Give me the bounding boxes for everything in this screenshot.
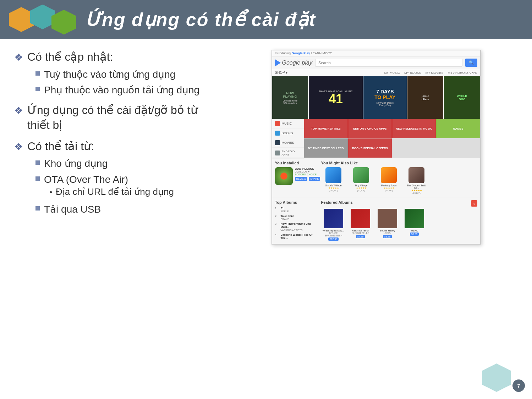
sub-bullet-1-1: Tuỳ thuộc vào từng ứng dụng — [35, 68, 220, 81]
hex-teal — [30, 5, 55, 29]
nav-my-movies[interactable]: MY MOVIES — [426, 71, 444, 75]
smurfs-icon[interactable] — [325, 167, 341, 183]
review-button[interactable]: REVIEW — [295, 177, 308, 181]
oregon-icon[interactable] — [408, 167, 424, 183]
gplay-categories: MUSIC BOOKS MOVIES ANDROID APPS — [272, 119, 480, 158]
springsteen-price[interactable]: $12.99 — [328, 237, 339, 241]
soul-cover — [378, 209, 397, 228]
smurfs-stars: ★★★★★ — [328, 187, 339, 190]
album-info-3: Now That's What I Call Musi... VARIOUS A… — [281, 222, 318, 232]
hex-orange — [9, 7, 34, 32]
fantasy-icon[interactable] — [381, 167, 397, 183]
smurfs-count: (157,772) — [329, 190, 338, 192]
nav-shop[interactable]: SHOP ▾ — [275, 71, 288, 75]
installed-title: You Installed — [275, 161, 318, 165]
reign-price[interactable]: $7.99 — [356, 235, 365, 238]
gplay-search-button[interactable]: 🔍 — [465, 59, 477, 67]
you-installed: You Installed BUG VILLAGE GLUEMOB ✦ EDIT… — [275, 161, 318, 194]
album-item-3[interactable]: 3 Now That's What I Call Musi... VARIOUS… — [275, 222, 318, 232]
diamond-icon-2: ❖ — [14, 104, 23, 117]
bug-village-dev: GLUEMOB ✦ — [295, 170, 320, 173]
sub-sub-bullets: • Địa chỉ URL để tải ứng dụng — [50, 186, 174, 200]
cat-top-movie-rentals[interactable]: TOP MOVIE RENTALS — [304, 119, 348, 138]
album-artist-3: VARIOUS ARTISTS — [281, 229, 303, 231]
fantasy-count: (33,280) — [385, 190, 393, 192]
fantasy-stars: ★★★★★ — [384, 187, 394, 190]
might-app-smurfs: Smurfs' Village ★★★★★ (157,772) — [321, 167, 346, 194]
main-content: ❖ Có thể cập nhật: Tuỳ thuộc vào từng ứn… — [0, 39, 532, 399]
bullet-section-2: ❖ Ứng dụng có thể cài đặt/gỡ bỏ từ thiết… — [14, 103, 220, 132]
sub-bar-icon — [35, 206, 40, 211]
diamond-icon-1: ❖ — [14, 51, 23, 64]
tiny-icon[interactable] — [353, 167, 369, 183]
might-app-tiny: Tiny Village ★★★★★ (93,838) — [349, 167, 374, 194]
reign-name: Reign Of Terror — [352, 229, 369, 232]
album-num-1: 1 — [275, 207, 279, 210]
nav-my-books[interactable]: MY BOOKS — [404, 71, 421, 75]
cat-movies[interactable]: MOVIES — [272, 138, 304, 148]
hero-music41[interactable]: THAT'S WHAT I CALL MUSIC 41 — [309, 76, 363, 119]
featured-albums: Featured Albums ♫ Wrecking Ball (Sp... B… — [321, 200, 477, 241]
play-triangle-icon — [275, 59, 281, 66]
gplay-search-input[interactable] — [315, 59, 462, 67]
cat-books[interactable]: BOOKS — [272, 129, 304, 138]
bug-village-name: BUG VILLAGE — [295, 167, 320, 170]
wzrd-price[interactable]: $9.99 — [410, 233, 419, 236]
feat-soul[interactable]: Soul Is Heavy LEDISI $9.99 — [375, 209, 400, 241]
album-artist-2: DRAKE — [281, 218, 289, 220]
album-title-2: Take Care — [281, 214, 294, 218]
hero-world[interactable]: WoRLDGOO — [444, 76, 480, 119]
feat-reign[interactable]: Reign Of Terror SLEIGH BELLS $7.99 — [348, 209, 373, 241]
cat-new-releases[interactable]: NEW RELEASES IN MUSIC — [392, 119, 436, 138]
gplay-nav-right: MY MUSIC MY BOOKS MY MOVIES MY ANDROID A… — [384, 71, 477, 75]
cat-books-offers[interactable]: BOOKS SPECIAL OFFERS — [348, 138, 392, 158]
music-icon — [275, 121, 280, 126]
bullet-section-3: ❖ Có thể tải từ: Kho ứng dụng OTA (Over … — [14, 139, 220, 216]
installed-app-info: BUG VILLAGE GLUEMOB ✦ EDITORS' CHOICE RE… — [295, 167, 320, 181]
dot-icon: • — [50, 187, 52, 197]
album-item-1[interactable]: 1 21 ADELE — [275, 207, 318, 213]
nav-my-android[interactable]: MY ANDROID APPS — [448, 71, 477, 75]
smurfs-name: Smurfs' Village — [325, 184, 341, 187]
sub-bar-icon — [35, 87, 40, 91]
right-column: Introducing Google Play LEARN MORE Googl… — [234, 50, 518, 388]
soul-price[interactable]: $9.99 — [383, 235, 392, 238]
feat-springsteen[interactable]: Wrecking Ball (Sp... BRUCE SPRINGSTEEN $… — [321, 209, 346, 241]
sub-bar-icon — [35, 71, 40, 76]
feat-wzrd[interactable]: WZRD $9.99 — [402, 209, 427, 241]
share-button[interactable]: SHARE — [309, 177, 320, 181]
sub-sub-bullet-1: • Địa chỉ URL để tải ứng dụng — [50, 186, 174, 198]
featured-albums-grid: Wrecking Ball (Sp... BRUCE SPRINGSTEEN $… — [321, 209, 477, 241]
album-num-3: 3 — [275, 222, 279, 225]
bullet-main-2: ❖ Ứng dụng có thể cài đặt/gỡ bỏ từ thiết… — [14, 103, 220, 132]
hero-7days[interactable]: 7 DAYS TO PLAY New 25¢ Deals Every Day — [363, 76, 407, 119]
hero-now-playing[interactable]: NOW PLAYING Limited time 99¢ movies — [272, 76, 308, 119]
sub-bullets-1: Tuỳ thuộc vào từng ứng dụng Phụ thuộc và… — [35, 68, 220, 97]
nav-my-music[interactable]: MY MUSIC — [384, 71, 400, 75]
oregon-stars: ★★★★★ — [411, 189, 422, 192]
cat-android[interactable]: ANDROID APPS — [272, 148, 304, 159]
cat-books-label: BOOKS — [282, 131, 293, 135]
gplay-installed-section: You Installed BUG VILLAGE GLUEMOB ✦ EDIT… — [272, 158, 480, 197]
sub-bullet-1-2: Phụ thuộc vào nguồn tải ứng dụng — [35, 84, 220, 97]
cat-music[interactable]: MUSIC — [272, 119, 304, 129]
album-item-4[interactable]: 4 Caroline World: Rise Of The... — [275, 233, 318, 240]
hero-jamie[interactable]: jamieoliver — [407, 76, 443, 119]
hex-green — [51, 10, 76, 35]
album-title-3: Now That's What I Call Musi... — [281, 222, 318, 229]
cat-games[interactable]: GAMES — [436, 119, 480, 138]
books-icon — [275, 131, 280, 136]
sub-bar-icon — [35, 176, 40, 181]
might-like-title: You Might Also Like — [321, 161, 477, 165]
cat-editors-choice[interactable]: EDITOR'S CHOICE APPS — [348, 119, 392, 138]
soul-name: Soul Is Heavy — [380, 229, 395, 232]
cat-nytimes[interactable]: NY TIMES BEST SELLERS — [304, 138, 348, 158]
you-might-like: You Might Also Like Smurfs' Village ★★★★… — [321, 161, 477, 194]
album-item-2[interactable]: 2 Take Care DRAKE — [275, 214, 318, 221]
gplay-header: Google play 🔍 — [272, 56, 480, 69]
editors-choice-badge: EDITORS' CHOICE — [295, 173, 320, 176]
sub-bullet-3-1: Kho ứng dụng — [35, 157, 220, 170]
gplay-top-banner: Introducing Google Play LEARN MORE — [272, 50, 480, 56]
album-title-4: Caroline World: Rise Of The... — [281, 233, 318, 240]
oregon-name: The Oregon Trail: Se... — [404, 184, 429, 189]
